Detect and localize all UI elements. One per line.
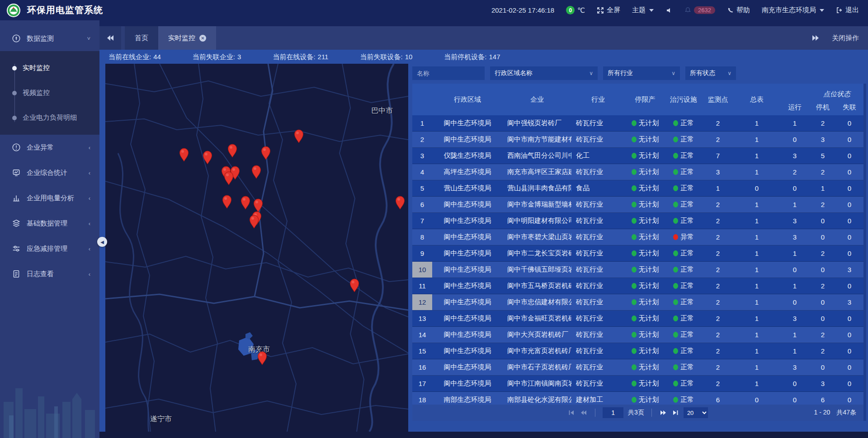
first-page-button[interactable] [568,409,575,416]
column-subheader-3[interactable]: 失联 [835,99,863,115]
page-number-input[interactable] [603,407,623,418]
cell-stopped: 2 [810,343,835,359]
sidebar-subitem-1[interactable]: 实时监控 [0,56,99,80]
map-panel[interactable]: 巴中市南充市遂宁市 [105,64,408,432]
close-operations-button[interactable]: 关闭操作 [832,34,859,42]
cell-monitor-points: 6 [702,392,734,405]
map-pin-icon[interactable] [240,195,251,210]
table-row[interactable]: 2阆中生态环境局阆中市南方节能建材有砖瓦行业无计划正常21030 [412,132,863,148]
table-row[interactable]: 6阆中生态环境局阆中市金博瑞新型墙材砖瓦行业无计划正常21120 [412,197,863,213]
cell-index: 8 [412,229,432,245]
cell-total-meter: 1 [734,311,779,326]
sidebar-item-6[interactable]: 应急减排管理‹ [0,236,99,261]
stat-label: 当前失联企业: [193,53,235,61]
sidebar-item-label: 企业综合统计 [27,169,67,177]
column-header-3[interactable]: 行业 [571,84,625,115]
stat-label: 当前停机设备: [444,53,486,61]
map-pin-icon[interactable] [395,195,406,210]
sidebar-item-4[interactable]: 企业用电量分析‹ [0,185,99,211]
column-header-4[interactable]: 停限产 [625,84,665,115]
cell-company: 阆中市忠信建材有限公 [503,294,571,310]
cell-region: 阆中生态环境局 [432,213,503,229]
map-pin-icon[interactable] [222,194,232,209]
tab-2[interactable]: 实时监控✕ [158,26,216,50]
cell-monitor-points: 2 [702,359,734,375]
column-header-2[interactable]: 企业 [503,84,571,115]
cell-industry: 砖瓦行业 [571,311,625,326]
map-pin-icon[interactable] [260,146,271,160]
map-pin-icon[interactable] [349,278,360,292]
emergency-control-icon [12,244,21,253]
cell-running: 3 [779,148,810,164]
cell-company: 阆中千佛镇五郎垭页岩 [503,262,571,278]
table-row[interactable]: 3仪陇生态环境局西南油气田分公司川中化工无计划正常71350 [412,148,863,164]
sidebar-item-label: 日志查看 [27,270,54,278]
status-filter-select[interactable]: 所有状态 ∨ [685,66,736,80]
table-row[interactable]: 17阆中生态环境局阆中市江南镇阆南页岩砖瓦行业无计划正常21030 [412,376,863,392]
table-scrollbar-track[interactable] [863,84,866,421]
prev-page-button[interactable] [580,409,588,416]
status-dot-icon [632,381,637,386]
table-row[interactable]: 12阆中生态环境局阆中市忠信建材有限公砖瓦行业无计划正常21003 [412,294,863,311]
main-region: 首页实时监控✕ 关闭操作 当前在线企业:44当前失联企业:3当前在线设备:211… [99,20,868,438]
map-pin-icon[interactable] [202,150,213,165]
map-pin-icon[interactable] [223,171,234,185]
sidebar-item-2[interactable]: 企业异常‹ [0,135,99,160]
column-header-5[interactable]: 治污设施 [665,84,702,115]
table-row[interactable]: 14阆中生态环境局阆中大兴页岩机砖厂砖瓦行业无计划正常21120 [412,327,863,343]
speaker-mute-button[interactable] [665,7,673,14]
theme-dropdown[interactable]: 主题 [632,6,654,14]
fullscreen-button[interactable]: 全屏 [597,6,620,14]
map-pin-icon[interactable] [249,214,259,229]
page-size-select[interactable]: 20 [684,407,708,418]
table-row[interactable]: 1阆中生态环境局阆中强锐页岩砖厂砖瓦行业无计划正常21120 [412,115,863,132]
sidebar-item-3[interactable]: 企业综合统计‹ [0,160,99,185]
tab-1[interactable]: 首页 [125,26,158,50]
column-header-1[interactable]: 行政区域 [432,84,503,115]
collapse-map-button[interactable]: ◀ [97,237,107,247]
column-header-6[interactable]: 监测点 [702,84,734,115]
table-row[interactable]: 16阆中生态环境局阆中市石子页岩机砖厂砖瓦行业无计划正常21300 [412,359,863,376]
column-header-7[interactable]: 总表 [734,84,779,115]
map-pin-icon[interactable] [179,147,189,162]
sidebar-item-7[interactable]: 日志查看‹ [0,261,99,287]
logout-button[interactable]: 退出 [836,6,859,14]
table-row[interactable]: 13阆中生态环境局阆中市金福旺页岩机砖砖瓦行业无计划正常21300 [412,311,863,327]
map-pin-icon[interactable] [251,165,262,179]
sidebar-subitem-3[interactable]: 企业电力负荷明细 [0,105,99,130]
table-row[interactable]: 7阆中生态环境局阆中明阳建材有限公司砖瓦行业无计划正常21300 [412,213,863,229]
map-pin-icon[interactable] [293,129,304,143]
org-dropdown[interactable]: 南充市生态环境局 [762,6,824,14]
status-dot-icon [632,120,637,126]
table-row[interactable]: 8阆中生态环境局阆中市枣碧大梁山页岩砖瓦行业无计划异常21300 [412,229,863,245]
column-subheader-1[interactable]: 运行 [779,99,810,115]
map-pin-icon[interactable] [257,351,268,365]
table-row[interactable]: 11阆中生态环境局阆中市五马桥页岩机砖砖瓦行业无计划正常21120 [412,278,863,294]
sidebar-item-5[interactable]: 基础数据管理‹ [0,211,99,236]
limit-status-text: 无计划 [639,249,659,258]
region-filter-select[interactable]: 行政区域名称 ∨ [490,66,598,80]
sidebar-subitem-2[interactable]: 视频监控 [0,80,99,105]
name-filter-input[interactable] [412,66,485,80]
table-row[interactable]: 4高坪生态环境局南充市高坪区王家店建砖瓦行业无计划正常31220 [412,164,863,180]
map-pin-icon[interactable] [227,143,238,158]
industry-filter-select[interactable]: 所有行业 ∨ [603,66,680,80]
cell-region: 阆中生态环境局 [432,359,503,375]
table-row[interactable]: 15阆中生态环境局阆中市光富页岩机砖厂砖瓦行业无计划正常21120 [412,343,863,359]
help-button[interactable]: 帮助 [727,6,750,14]
table-row[interactable]: 9阆中生态环境局阆中市二龙长宝页岩砖砖瓦行业无计划正常21120 [412,245,863,262]
table-row[interactable]: 18南部生态环境局南部县砼化水泥有限公建材加工无计划正常60060 [412,392,863,405]
table-row[interactable]: 10阆中生态环境局阆中千佛镇五郎垭页岩砖瓦行业无计划正常21003 [412,262,863,278]
facility-status-text: 正常 [680,200,694,209]
scroll-tabs-left-button[interactable] [99,26,121,50]
sidebar-item-1[interactable]: 数据监测˅ [0,26,99,51]
chevron-left-icon: ‹ [89,245,90,252]
notification-button[interactable]: 2632 [684,6,715,14]
status-dot-icon [673,283,678,289]
table-row[interactable]: 5营山生态环境局营山县润丰肉食品有限食品无计划正常10010 [412,180,863,197]
next-page-button[interactable] [659,409,667,416]
scroll-tabs-right-button[interactable] [812,35,819,41]
last-page-button[interactable] [672,409,679,416]
column-subheader-2[interactable]: 停机 [810,99,835,115]
close-tab-icon[interactable]: ✕ [199,35,206,42]
